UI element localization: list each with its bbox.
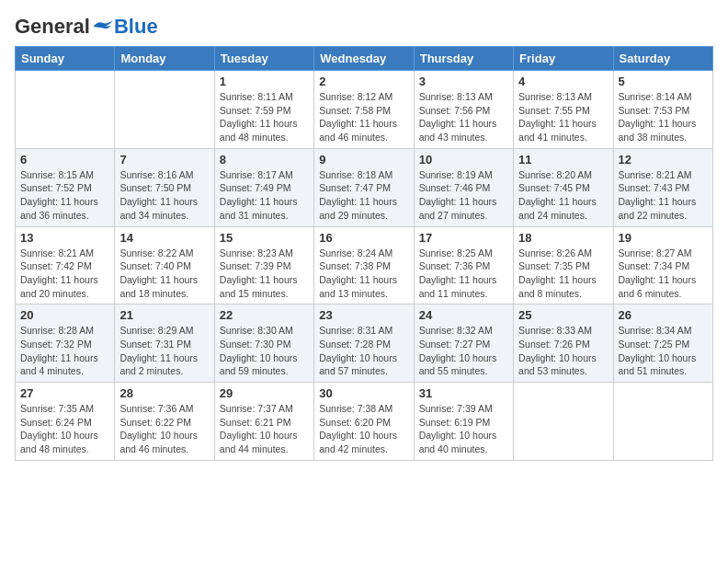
day-detail: Sunrise: 8:30 AM Sunset: 7:30 PM Dayligh… xyxy=(220,324,309,378)
day-detail: Sunrise: 8:25 AM Sunset: 7:36 PM Dayligh… xyxy=(419,247,508,301)
page-header: General Blue xyxy=(15,15,713,39)
day-number: 9 xyxy=(319,153,408,167)
calendar-cell: 28Sunrise: 7:36 AM Sunset: 6:22 PM Dayli… xyxy=(115,383,214,461)
day-of-week-header: Wednesday xyxy=(314,47,414,71)
logo-bird-icon xyxy=(92,18,114,35)
day-detail: Sunrise: 8:24 AM Sunset: 7:38 PM Dayligh… xyxy=(319,247,408,301)
calendar-cell: 21Sunrise: 8:29 AM Sunset: 7:31 PM Dayli… xyxy=(115,304,214,383)
day-of-week-header: Friday xyxy=(514,47,613,71)
calendar-cell: 22Sunrise: 8:30 AM Sunset: 7:30 PM Dayli… xyxy=(214,304,313,383)
calendar-cell: 30Sunrise: 7:38 AM Sunset: 6:20 PM Dayli… xyxy=(314,383,414,461)
day-number: 27 xyxy=(20,386,109,400)
day-number: 5 xyxy=(619,75,708,88)
day-detail: Sunrise: 8:14 AM Sunset: 7:53 PM Dayligh… xyxy=(619,90,708,144)
day-detail: Sunrise: 8:26 AM Sunset: 7:35 PM Dayligh… xyxy=(518,247,608,301)
day-number: 23 xyxy=(319,308,408,322)
day-number: 15 xyxy=(220,231,309,245)
day-number: 13 xyxy=(20,231,109,245)
day-number: 16 xyxy=(319,231,408,245)
day-detail: Sunrise: 8:33 AM Sunset: 7:26 PM Dayligh… xyxy=(518,324,608,378)
day-number: 20 xyxy=(20,308,109,322)
day-detail: Sunrise: 8:17 AM Sunset: 7:49 PM Dayligh… xyxy=(220,168,309,223)
day-number: 10 xyxy=(419,153,508,167)
calendar-cell: 18Sunrise: 8:26 AM Sunset: 7:35 PM Dayli… xyxy=(514,226,613,304)
day-number: 30 xyxy=(319,386,408,400)
calendar-cell xyxy=(613,383,712,461)
day-number: 6 xyxy=(20,153,109,167)
logo-blue-text: Blue xyxy=(114,15,158,39)
day-of-week-header: Tuesday xyxy=(214,47,313,71)
calendar-cell: 2Sunrise: 8:12 AM Sunset: 7:58 PM Daylig… xyxy=(314,71,414,149)
day-of-week-header: Thursday xyxy=(414,47,513,71)
calendar-cell: 29Sunrise: 7:37 AM Sunset: 6:21 PM Dayli… xyxy=(214,383,313,461)
day-detail: Sunrise: 8:19 AM Sunset: 7:46 PM Dayligh… xyxy=(419,168,508,223)
calendar-cell: 31Sunrise: 7:39 AM Sunset: 6:19 PM Dayli… xyxy=(414,383,513,461)
day-detail: Sunrise: 8:18 AM Sunset: 7:47 PM Dayligh… xyxy=(319,168,408,223)
logo: General Blue xyxy=(15,15,158,39)
calendar-cell xyxy=(16,71,115,149)
calendar-cell: 4Sunrise: 8:13 AM Sunset: 7:55 PM Daylig… xyxy=(514,71,613,149)
day-number: 19 xyxy=(619,231,708,245)
day-number: 11 xyxy=(518,153,608,167)
day-number: 22 xyxy=(220,308,309,322)
day-number: 1 xyxy=(220,75,309,88)
day-detail: Sunrise: 8:13 AM Sunset: 7:56 PM Dayligh… xyxy=(419,90,508,144)
day-detail: Sunrise: 8:28 AM Sunset: 7:32 PM Dayligh… xyxy=(20,324,109,378)
calendar-cell: 8Sunrise: 8:17 AM Sunset: 7:49 PM Daylig… xyxy=(214,148,313,226)
day-detail: Sunrise: 7:36 AM Sunset: 6:22 PM Dayligh… xyxy=(119,402,209,456)
day-of-week-header: Monday xyxy=(115,47,214,71)
day-detail: Sunrise: 8:13 AM Sunset: 7:55 PM Dayligh… xyxy=(518,90,608,144)
day-number: 4 xyxy=(518,75,608,88)
day-number: 14 xyxy=(119,231,209,245)
day-number: 25 xyxy=(518,308,608,322)
day-detail: Sunrise: 8:31 AM Sunset: 7:28 PM Dayligh… xyxy=(319,324,408,378)
day-detail: Sunrise: 8:11 AM Sunset: 7:59 PM Dayligh… xyxy=(220,90,309,144)
day-detail: Sunrise: 8:12 AM Sunset: 7:58 PM Dayligh… xyxy=(319,90,408,144)
day-number: 24 xyxy=(419,308,508,322)
day-detail: Sunrise: 8:15 AM Sunset: 7:52 PM Dayligh… xyxy=(20,168,109,223)
calendar-table: SundayMondayTuesdayWednesdayThursdayFrid… xyxy=(15,46,713,461)
day-number: 12 xyxy=(619,153,708,167)
calendar-cell: 10Sunrise: 8:19 AM Sunset: 7:46 PM Dayli… xyxy=(414,148,513,226)
day-number: 31 xyxy=(419,386,508,400)
day-number: 17 xyxy=(419,231,508,245)
calendar-cell: 6Sunrise: 8:15 AM Sunset: 7:52 PM Daylig… xyxy=(16,148,115,226)
calendar-cell: 13Sunrise: 8:21 AM Sunset: 7:42 PM Dayli… xyxy=(16,226,115,304)
day-number: 8 xyxy=(220,153,309,167)
calendar-cell: 14Sunrise: 8:22 AM Sunset: 7:40 PM Dayli… xyxy=(115,226,214,304)
day-number: 18 xyxy=(518,231,608,245)
calendar-cell: 24Sunrise: 8:32 AM Sunset: 7:27 PM Dayli… xyxy=(414,304,513,383)
day-number: 2 xyxy=(319,75,408,88)
day-detail: Sunrise: 8:23 AM Sunset: 7:39 PM Dayligh… xyxy=(220,247,309,301)
day-number: 21 xyxy=(119,308,209,322)
day-detail: Sunrise: 7:37 AM Sunset: 6:21 PM Dayligh… xyxy=(220,402,309,456)
calendar-cell: 25Sunrise: 8:33 AM Sunset: 7:26 PM Dayli… xyxy=(514,304,613,383)
day-detail: Sunrise: 8:29 AM Sunset: 7:31 PM Dayligh… xyxy=(119,324,209,378)
calendar-cell: 15Sunrise: 8:23 AM Sunset: 7:39 PM Dayli… xyxy=(214,226,313,304)
calendar-cell xyxy=(514,383,613,461)
calendar-cell: 11Sunrise: 8:20 AM Sunset: 7:45 PM Dayli… xyxy=(514,148,613,226)
day-detail: Sunrise: 7:39 AM Sunset: 6:19 PM Dayligh… xyxy=(419,402,508,456)
day-detail: Sunrise: 8:22 AM Sunset: 7:40 PM Dayligh… xyxy=(119,247,209,301)
calendar-cell: 26Sunrise: 8:34 AM Sunset: 7:25 PM Dayli… xyxy=(613,304,712,383)
calendar-cell: 9Sunrise: 8:18 AM Sunset: 7:47 PM Daylig… xyxy=(314,148,414,226)
calendar-cell: 20Sunrise: 8:28 AM Sunset: 7:32 PM Dayli… xyxy=(16,304,115,383)
day-detail: Sunrise: 8:16 AM Sunset: 7:50 PM Dayligh… xyxy=(119,168,209,223)
day-number: 3 xyxy=(419,75,508,88)
calendar-cell: 16Sunrise: 8:24 AM Sunset: 7:38 PM Dayli… xyxy=(314,226,414,304)
day-detail: Sunrise: 8:20 AM Sunset: 7:45 PM Dayligh… xyxy=(518,168,608,223)
calendar-cell xyxy=(115,71,214,149)
day-detail: Sunrise: 8:21 AM Sunset: 7:42 PM Dayligh… xyxy=(20,247,109,301)
day-number: 29 xyxy=(220,386,309,400)
calendar-cell: 5Sunrise: 8:14 AM Sunset: 7:53 PM Daylig… xyxy=(613,71,712,149)
calendar-cell: 7Sunrise: 8:16 AM Sunset: 7:50 PM Daylig… xyxy=(115,148,214,226)
day-detail: Sunrise: 8:27 AM Sunset: 7:34 PM Dayligh… xyxy=(619,247,708,301)
day-detail: Sunrise: 7:38 AM Sunset: 6:20 PM Dayligh… xyxy=(319,402,408,456)
calendar-cell: 3Sunrise: 8:13 AM Sunset: 7:56 PM Daylig… xyxy=(414,71,513,149)
day-number: 28 xyxy=(119,386,209,400)
day-of-week-header: Saturday xyxy=(613,47,712,71)
day-number: 7 xyxy=(119,153,209,167)
calendar-cell: 19Sunrise: 8:27 AM Sunset: 7:34 PM Dayli… xyxy=(613,226,712,304)
logo-general-text: General xyxy=(15,15,90,39)
calendar-cell: 23Sunrise: 8:31 AM Sunset: 7:28 PM Dayli… xyxy=(314,304,414,383)
